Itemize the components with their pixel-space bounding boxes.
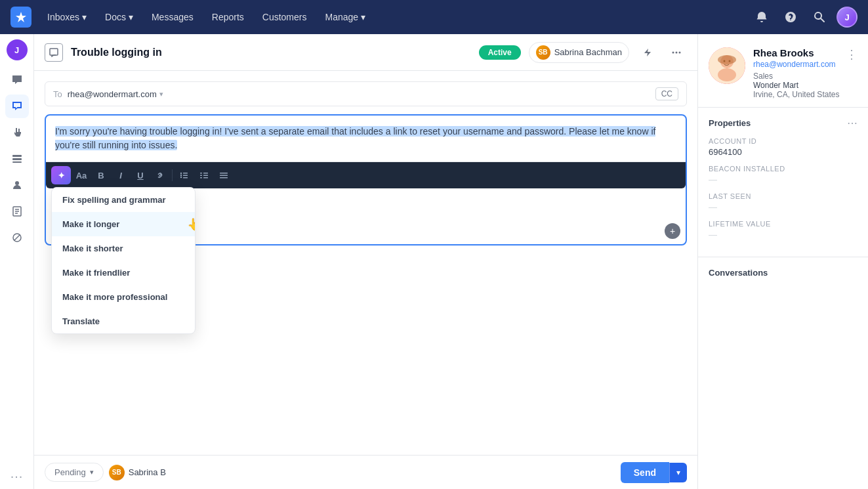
status-badge: Active xyxy=(479,45,521,60)
svg-rect-2 xyxy=(12,161,22,163)
beacon-property: Beacon Installed — xyxy=(709,165,858,184)
svg-rect-27 xyxy=(220,175,228,177)
svg-point-31 xyxy=(718,68,736,81)
sidebar-item-notes[interactable] xyxy=(5,200,29,223)
highlighted-text: I'm sorry you're having trouble logging … xyxy=(55,126,655,150)
notifications-button[interactable] xyxy=(750,5,774,29)
svg-line-9 xyxy=(14,235,20,241)
ai-make-shorter[interactable]: Make it shorter xyxy=(52,236,195,261)
svg-point-13 xyxy=(679,51,681,53)
text-editor[interactable]: I'm sorry you're having trouble logging … xyxy=(45,114,687,245)
pending-button[interactable]: Pending ▾ xyxy=(45,463,104,482)
cursor-pointer: 👆 xyxy=(187,217,196,232)
more-options-button[interactable] xyxy=(666,42,687,63)
ai-make-professional[interactable]: Make it more professional xyxy=(52,285,195,309)
nav-messages[interactable]: Messages xyxy=(144,8,201,26)
panel-more-button[interactable]: ⋮ xyxy=(846,47,858,62)
lightning-button[interactable] xyxy=(637,42,658,63)
conversation-header: Trouble logging in Active SB Sabrina Bac… xyxy=(34,34,697,71)
svg-rect-26 xyxy=(220,173,228,174)
sidebar-item-chat[interactable] xyxy=(5,68,29,92)
svg-rect-1 xyxy=(12,158,22,160)
agent-bottom-chip[interactable]: SB Sabrina B xyxy=(109,465,166,480)
chevron-down-icon: ▾ xyxy=(129,12,133,22)
send-button-group: Send ▾ xyxy=(621,462,687,483)
svg-point-15 xyxy=(180,175,182,176)
svg-rect-23 xyxy=(203,173,208,174)
svg-rect-0 xyxy=(12,155,22,157)
ordered-list-button[interactable] xyxy=(195,166,213,184)
properties-more-button[interactable]: ⋯ xyxy=(847,117,858,129)
account-id-value: 6964100 xyxy=(709,147,858,157)
account-id-property: Account ID 6964100 xyxy=(709,137,858,157)
contact-avatar xyxy=(709,47,745,84)
bold-button[interactable]: B xyxy=(92,166,110,184)
sidebar-item-block[interactable] xyxy=(5,226,29,249)
underline-button[interactable]: U xyxy=(131,166,150,184)
account-id-label: Account ID xyxy=(709,137,858,145)
link-button[interactable] xyxy=(151,166,169,184)
nav-inboxes[interactable]: Inboxes ▾ xyxy=(39,8,94,26)
help-button[interactable] xyxy=(779,5,802,29)
svg-point-14 xyxy=(180,173,182,174)
ai-assist-button[interactable]: ✦ Fix spelling and grammar Make it longe… xyxy=(51,166,71,184)
sidebar-user-avatar[interactable]: J xyxy=(7,39,28,60)
to-row: To rhea@wondermart.com ▾ CC xyxy=(45,81,687,106)
svg-rect-10 xyxy=(50,49,58,55)
ai-translate[interactable]: Translate xyxy=(52,309,195,333)
last-seen-property: Last Seen — xyxy=(709,192,858,212)
svg-point-16 xyxy=(180,177,182,178)
properties-section: Properties ⋯ Account ID 6964100 Beacon I… xyxy=(698,108,868,257)
contact-email[interactable]: rhea@wondermart.com xyxy=(753,60,846,69)
last-seen-value: — xyxy=(709,202,858,212)
ai-fix-spelling[interactable]: Fix spelling and grammar xyxy=(52,188,195,212)
lifetime-label: Lifetime Value xyxy=(709,220,858,228)
svg-rect-17 xyxy=(183,173,188,174)
send-dropdown-button[interactable]: ▾ xyxy=(669,463,687,482)
to-email-field[interactable]: rhea@wondermart.com ▾ xyxy=(68,89,650,99)
nav-manage[interactable]: Manage ▾ xyxy=(317,8,373,26)
font-button[interactable]: Aa xyxy=(72,166,91,184)
sidebar-item-contacts[interactable] xyxy=(5,173,29,197)
ai-dropdown-menu: Fix spelling and grammar Make it longer … xyxy=(51,187,196,334)
sidebar-item-layers[interactable] xyxy=(5,147,29,171)
sidebar-more-button[interactable]: ··· xyxy=(10,469,24,484)
search-button[interactable] xyxy=(808,5,831,29)
agent-chip[interactable]: SB Sabrina Bachman xyxy=(529,42,629,63)
svg-point-12 xyxy=(676,51,678,53)
ai-make-friendlier[interactable]: Make it friendlier xyxy=(52,261,195,285)
lifetime-value-property: Lifetime Value — xyxy=(709,220,858,240)
nav-docs[interactable]: Docs ▾ xyxy=(97,8,141,26)
italic-button[interactable]: I xyxy=(112,166,130,184)
contact-name: Rhea Brooks xyxy=(753,47,846,58)
beacon-value: — xyxy=(709,175,858,184)
sidebar-item-hand[interactable] xyxy=(5,121,29,144)
right-panel: Rhea Brooks rhea@wondermart.com Sales Wo… xyxy=(697,34,868,489)
svg-rect-24 xyxy=(203,175,208,177)
sidebar-item-inbox[interactable] xyxy=(5,95,29,118)
svg-rect-25 xyxy=(203,177,208,179)
editor-content[interactable]: I'm sorry you're having trouble logging … xyxy=(46,116,686,161)
ai-make-longer[interactable]: Make it longer 👆 xyxy=(52,212,195,236)
contact-info: Rhea Brooks rhea@wondermart.com Sales Wo… xyxy=(753,47,846,99)
sidebar: J xyxy=(0,34,34,489)
editor-add-button[interactable]: + xyxy=(665,223,680,239)
cc-button[interactable]: CC xyxy=(655,87,678,100)
svg-rect-18 xyxy=(183,175,188,177)
nav-reports[interactable]: Reports xyxy=(204,8,252,26)
svg-rect-19 xyxy=(183,177,188,179)
svg-rect-22 xyxy=(200,177,202,179)
svg-rect-34 xyxy=(718,55,736,64)
topnav-right-actions: J xyxy=(750,5,858,29)
chevron-down-icon: ▾ xyxy=(361,12,365,22)
user-avatar[interactable]: J xyxy=(837,7,858,28)
send-button[interactable]: Send xyxy=(621,462,669,483)
unordered-list-button[interactable] xyxy=(175,166,194,184)
editor-toolbar: ✦ Fix spelling and grammar Make it longe… xyxy=(46,161,686,188)
conversations-title: Conversations xyxy=(709,268,768,278)
chevron-down-icon: ▾ xyxy=(159,90,163,98)
nav-customers[interactable]: Customers xyxy=(255,8,315,26)
app-logo[interactable] xyxy=(10,7,31,28)
chevron-down-icon: ▾ xyxy=(90,468,94,477)
align-button[interactable] xyxy=(215,166,233,184)
